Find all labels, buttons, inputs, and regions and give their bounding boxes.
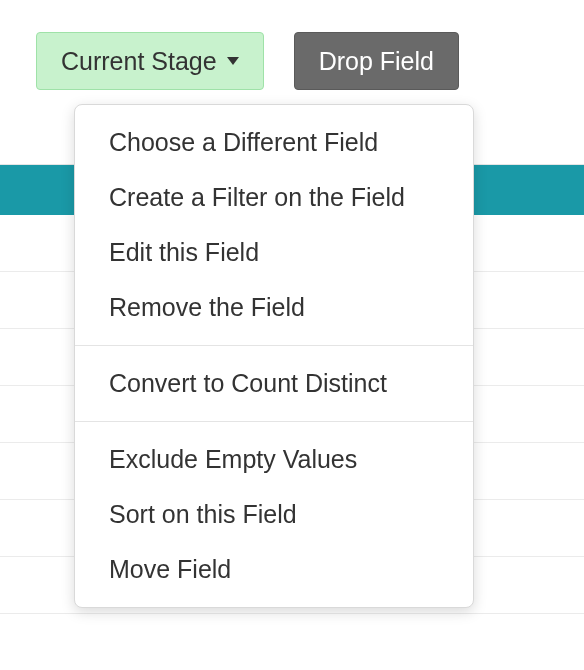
menu-item-move-field[interactable]: Move Field bbox=[75, 542, 473, 597]
menu-item-edit-field[interactable]: Edit this Field bbox=[75, 225, 473, 280]
menu-item-choose-different-field[interactable]: Choose a Different Field bbox=[75, 115, 473, 170]
caret-down-icon bbox=[227, 57, 239, 65]
menu-item-sort-field[interactable]: Sort on this Field bbox=[75, 487, 473, 542]
table-row bbox=[0, 614, 584, 670]
drop-field-label: Drop Field bbox=[319, 47, 434, 76]
menu-item-convert-count-distinct[interactable]: Convert to Count Distinct bbox=[75, 356, 473, 411]
menu-separator bbox=[75, 345, 473, 346]
drop-field-button[interactable]: Drop Field bbox=[294, 32, 459, 90]
menu-item-create-filter[interactable]: Create a Filter on the Field bbox=[75, 170, 473, 225]
field-context-menu: Choose a Different Field Create a Filter… bbox=[74, 104, 474, 608]
menu-item-exclude-empty[interactable]: Exclude Empty Values bbox=[75, 432, 473, 487]
current-stage-button[interactable]: Current Stage bbox=[36, 32, 264, 90]
menu-separator bbox=[75, 421, 473, 422]
field-toolbar: Current Stage Drop Field bbox=[36, 32, 459, 90]
menu-item-remove-field[interactable]: Remove the Field bbox=[75, 280, 473, 335]
current-stage-label: Current Stage bbox=[61, 47, 217, 76]
